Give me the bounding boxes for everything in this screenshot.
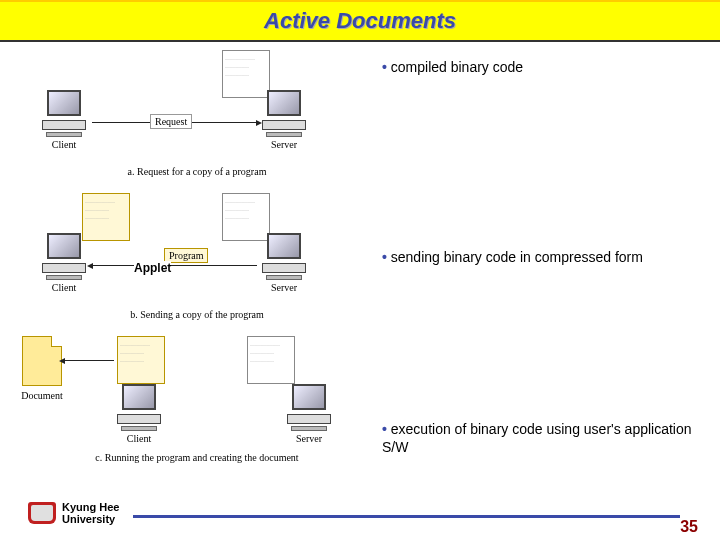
request-tag: Request	[150, 114, 192, 129]
server-computer-icon: Server	[287, 384, 331, 444]
document-label: Document	[14, 390, 70, 401]
client-program-doc-icon: …………………………………	[117, 336, 165, 384]
server-label: Server	[262, 282, 306, 293]
university-logo: Kyung Hee University	[28, 501, 119, 525]
bullet-column: compiled binary code sending binary code…	[382, 50, 708, 472]
bullet-3: execution of binary code using user's ap…	[382, 420, 708, 456]
page-number: 35	[680, 518, 698, 536]
server-program-doc-icon: …………………………………	[247, 336, 295, 384]
client-program-doc-icon: …………………………………	[82, 193, 130, 241]
client-computer-icon: Client	[42, 90, 86, 150]
figure-a: ………………………………… Client Server Request a. R…	[12, 50, 382, 175]
uni-line1: Kyung Hee	[62, 501, 119, 513]
figure-b: ………………………………… ………………………………… Client Serve…	[12, 193, 382, 318]
bullet-2: sending binary code in compressed form	[382, 248, 708, 266]
client-label: Client	[42, 282, 86, 293]
server-label: Server	[287, 433, 331, 444]
client-computer-icon: Client	[117, 384, 161, 444]
bullet-1: compiled binary code	[382, 58, 708, 76]
program-arrow-icon	[92, 265, 257, 266]
client-computer-icon: Client	[42, 233, 86, 293]
figure-c-caption: c. Running the program and creating the …	[12, 452, 382, 463]
server-computer-icon: Server	[262, 90, 306, 150]
server-label: Server	[262, 139, 306, 150]
uni-line2: University	[62, 513, 119, 525]
university-name: Kyung Hee University	[62, 501, 119, 525]
slide-title: Active Documents	[264, 8, 456, 34]
figure-b-caption: b. Sending a copy of the program	[12, 309, 382, 320]
document-page-icon	[22, 336, 62, 386]
title-bar: Active Documents	[0, 0, 720, 42]
applet-label: Applet	[134, 261, 171, 275]
content-area: ………………………………… Client Server Request a. R…	[0, 42, 720, 472]
doc-arrow-icon	[64, 360, 114, 361]
figure-a-caption: a. Request for a copy of a program	[12, 166, 382, 177]
crest-icon	[28, 502, 56, 524]
footer-divider	[133, 515, 680, 518]
figure-c: Document ………………………………… ………………………………… Cli…	[12, 336, 382, 461]
footer: Kyung Hee University 35	[0, 486, 720, 540]
diagram-column: ………………………………… Client Server Request a. R…	[12, 50, 382, 472]
server-computer-icon: Server	[262, 233, 306, 293]
client-label: Client	[117, 433, 161, 444]
client-label: Client	[42, 139, 86, 150]
